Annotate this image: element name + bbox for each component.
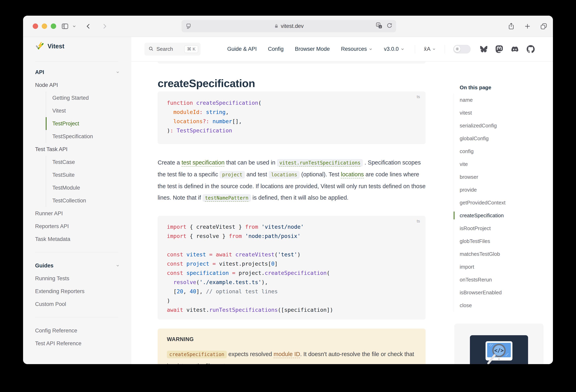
inline-link[interactable]: locations [341,171,364,178]
sidebar-item-label: Running Tests [35,275,69,282]
code-line: const vitest = await createVitest('test'… [167,250,416,259]
zoom-window-button[interactable] [51,24,56,29]
sidebar-item-getting-started[interactable]: Getting Started [46,91,131,104]
safari-window: vitest.dev A a [23,16,553,364]
language-switcher[interactable]: x̄A [424,46,436,52]
sidebar-toggle-icon[interactable] [61,23,69,30]
github-icon[interactable] [527,45,535,53]
close-window-button[interactable] [33,24,38,29]
nav-link-browser-mode[interactable]: Browser Mode [295,46,330,52]
vitest-logo[interactable]: Vitest [35,42,64,51]
outline-item-vitest[interactable]: vitest [454,106,548,119]
translate-icon[interactable]: A a [376,22,382,30]
discord-icon[interactable] [511,46,519,53]
sidebar-item-label: TestCollection [52,198,86,204]
url-text: vitest.dev [281,23,304,29]
outline-item-serializedconfig[interactable]: serializedConfig [454,119,548,132]
text-run: (optional). Test [300,171,341,178]
code-line: moduleId: string, [167,108,416,117]
sidebar-item-testspecification[interactable]: TestSpecification [46,130,131,143]
outline-item-isrootproject[interactable]: isRootProject [454,222,548,235]
sidebar-item-runner-api[interactable]: Runner API [23,207,131,220]
outline-item-globalconfig[interactable]: globalConfig [454,132,548,145]
sun-icon [454,46,461,52]
sidebar-item-node-api[interactable]: Node API [23,79,131,91]
sidebar-item-config-reference[interactable]: Config Reference [23,324,131,337]
sponsor-card[interactable]: </> [454,324,544,364]
outline-item-import[interactable]: import [454,260,548,273]
translations-icon: x̄A [424,46,431,52]
navbar-separator [445,45,445,53]
nav-link-guide-api[interactable]: Guide & API [227,46,257,52]
nav-link-resources[interactable]: Resources [341,46,373,52]
code-line: ): TestSpecification [167,126,416,135]
outline-item-matchestestglob[interactable]: matchesTestGlob [454,247,548,260]
inline-link[interactable]: module ID [274,351,300,357]
new-tab-icon[interactable] [524,23,531,30]
outline-item-config[interactable]: config [454,145,548,158]
inline-link[interactable]: vitest.runTestSpecifications [277,159,363,167]
sidebar-item-label: Node API [35,82,58,88]
sidebar-item-label: TestCase [52,159,75,165]
sidebar-item-test-task-api[interactable]: Test Task API [23,143,131,156]
code-inspection-illustration: </> [470,335,528,364]
outline-item-close[interactable]: close [454,299,548,312]
sidebar-item-testmodule[interactable]: TestModule [46,181,131,194]
search-icon [148,46,154,52]
outline-item-provide[interactable]: provide [454,183,548,196]
chevron-down-icon [369,47,373,51]
svg-text:</>: </> [494,347,504,354]
sidebar-item-vitest[interactable]: Vitest [46,104,131,117]
sidebar-item-testcase[interactable]: TestCase [46,156,131,169]
inline-link[interactable]: test specification [181,159,224,166]
outline-item-vite[interactable]: vite [454,158,548,171]
mastodon-icon[interactable] [495,45,503,53]
sidebar-item-testcollection[interactable]: TestCollection [46,194,131,207]
code-language-badge: ts [417,94,420,99]
sidebar-item-reporters-api[interactable]: Reporters API [23,220,131,233]
outline-item-createspecification[interactable]: createSpecification [454,209,548,222]
reader-view-icon[interactable] [186,23,192,29]
site-navbar: Search ⌘ K Guide & APIConfigBrowser Mode… [131,37,553,61]
reload-icon[interactable] [386,23,393,30]
text-run: and test [245,171,269,178]
minimize-window-button[interactable] [42,24,47,29]
outline-item-isbrowserenabled[interactable]: isBrowserEnabled [454,286,548,299]
back-button[interactable] [85,23,92,30]
nav-link-config[interactable]: Config [268,46,284,52]
outline-item-browser[interactable]: browser [454,171,548,183]
code-language-badge: ts [417,219,420,223]
nav-link-label: Browser Mode [295,46,330,52]
sidebar-item-label: Reporters API [35,223,69,230]
sidebar-item-running-tests[interactable]: Running Tests [23,272,131,285]
nav-link-v3-0-0[interactable]: v3.0.0 [384,46,404,52]
outline-item-getprovidedcontext[interactable]: getProvidedContext [454,196,548,209]
sidebar-item-test-api-reference[interactable]: Test API Reference [23,337,131,350]
sidebar-item-task-metadata[interactable]: Task Metadata [23,233,131,245]
code-line: locations?: number[], [167,117,416,126]
theme-toggle[interactable] [453,45,470,53]
sidebar-chevron-down-icon[interactable] [72,24,76,29]
text-run: that can be used in [225,159,277,166]
code-line [167,241,416,250]
sidebar-item-custom-pool[interactable]: Custom Pool [23,298,131,311]
code-line: [20, 40], // optional test lines [167,287,416,296]
outline-item-ontestsrerun[interactable]: onTestsRerun [454,273,548,286]
doc-content: createSpecification ts function createSp… [131,61,553,364]
outline-item-globtestfiles[interactable]: globTestFiles [454,235,548,247]
outline-track [454,93,454,312]
tab-overview-icon[interactable] [540,23,547,30]
share-icon[interactable] [508,23,515,30]
bluesky-icon[interactable] [480,46,488,53]
sidebar-item-guides[interactable]: Guides [23,259,131,272]
code-line: const specification = project.createSpec… [167,269,416,278]
inline-link[interactable]: testNamePattern [202,194,251,202]
search-button[interactable]: Search ⌘ K [144,43,201,56]
address-bar[interactable]: vitest.dev A a [181,20,396,32]
outline-item-name[interactable]: name [454,93,548,106]
sidebar-item-api[interactable]: API [23,66,131,79]
sidebar-item-testproject[interactable]: TestProject [46,117,131,130]
sidebar-item-testsuite[interactable]: TestSuite [46,169,131,181]
sidebar-item-extending-reporters[interactable]: Extending Reporters [23,285,131,298]
search-kbd: ⌘ K [184,45,198,53]
